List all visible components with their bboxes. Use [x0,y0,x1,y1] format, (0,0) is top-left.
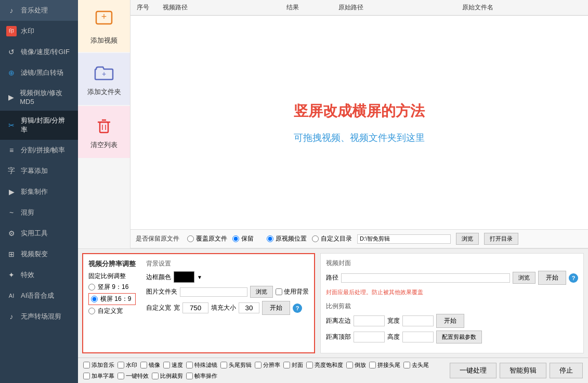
checkbox-item-9[interactable]: 倒放 [346,361,366,369]
checkbox-1[interactable] [117,362,124,368]
custom-width-option[interactable]: 自定义宽 [88,307,136,315]
sidebar-item-music[interactable]: ♪ 音乐处理 [0,0,78,21]
checkbox-item-11[interactable]: 去头尾 [403,361,429,369]
checkbox-item-4[interactable]: 特殊滤镜 [186,361,217,369]
custom-dir-option[interactable]: 自定义目录 [312,234,352,243]
checkbox-15[interactable] [186,373,193,379]
checkbox-4[interactable] [186,362,193,368]
sidebar-item-transform[interactable]: ⊞ 视频裂变 [0,244,78,265]
add-folder-button[interactable]: + 添加文件夹 [78,53,130,105]
checkbox-9[interactable] [346,362,353,368]
checkbox-item-13[interactable]: 一键特效 [117,372,149,380]
sidebar-item-mix[interactable]: ~ 混剪 [0,202,78,223]
checkbox-item-7[interactable]: 封面 [283,361,303,369]
checkbox-11[interactable] [403,362,410,368]
checkbox-8[interactable] [306,362,313,368]
color-swatch[interactable] [174,271,194,283]
sidebar-item-movie[interactable]: ▶ 影集制作 [0,181,78,202]
checkbox-0[interactable] [83,362,90,368]
portrait-option[interactable]: 竖屏 9：16 [88,283,136,292]
crop-top-input[interactable] [354,332,385,342]
checkbox-item-2[interactable]: 镜像 [140,361,160,369]
use-bg-option[interactable]: 使用背景 [276,287,309,296]
overwrite-option[interactable]: 覆盖原文件 [187,234,227,243]
cover-browse-button[interactable]: 浏览 [513,272,535,284]
process-button[interactable]: 一键处理 [450,363,496,378]
sidebar-item-ai[interactable]: AI AI语音合成 [0,285,78,306]
landscape-radio[interactable] [91,296,98,302]
keep-radio[interactable] [232,235,239,242]
checkbox-12[interactable] [83,373,90,379]
col-orig-name: 原始文件名 [460,2,584,13]
checkbox-item-3[interactable]: 速度 [163,361,183,369]
checkbox-item-1[interactable]: 水印 [117,361,137,369]
checkbox-item-10[interactable]: 拼接头尾 [369,361,400,369]
cover-help-icon[interactable]: ? [569,273,578,283]
svg-text:+: + [101,11,107,22]
add-video-button[interactable]: + 添加视频 [78,0,130,52]
cover-path-input[interactable] [341,273,510,283]
overwrite-radio[interactable] [187,235,194,242]
sidebar-item-reverse[interactable]: ▶ 视频倒放/修改MD5 [0,83,78,111]
browse-dir-button[interactable]: 浏览 [456,233,479,245]
color-dropdown-icon[interactable]: ▼ [197,274,202,280]
checkbox-item-8[interactable]: 亮度饱和度 [306,361,343,369]
sidebar-item-silent[interactable]: ♪ 无声转场混剪 [0,306,78,327]
checkbox-2[interactable] [140,362,147,368]
custom-width-radio[interactable] [88,308,95,314]
smart-edit-button[interactable]: 智能剪辑 [500,363,546,378]
resolution-help-icon[interactable]: ? [293,303,302,313]
checkbox-13[interactable] [117,373,124,379]
fill-size-input[interactable] [239,302,259,313]
checkbox-5[interactable] [220,362,227,368]
save-file-label: 是否保留原文件 [136,234,179,243]
crop-start-button[interactable]: 开始 [436,314,464,328]
crop-left-input[interactable] [354,315,385,326]
keep-option[interactable]: 保留 [232,234,254,243]
cut-icon: ✂ [6,120,17,130]
portrait-radio[interactable] [88,284,95,290]
checkbox-6[interactable] [255,362,262,368]
clear-list-label: 清空列表 [90,140,117,150]
orig-pos-option[interactable]: 原视频位置 [267,234,307,243]
open-dir-button[interactable]: 打开目录 [484,233,518,245]
silent-icon: ♪ [6,311,17,322]
custom-dir-radio[interactable] [312,235,319,242]
cover-box: 视频封面 路径 浏览 开始 ? 封面应最后处理。防止被其他效果覆盖 比例剪裁 距… [320,253,584,353]
crop-width-input[interactable] [402,315,434,326]
checkbox-14[interactable] [152,373,159,379]
crop-config-button[interactable]: 配置剪裁参数 [436,331,482,344]
sidebar-item-split[interactable]: ≡ 分割/拼接/帧率 [0,140,78,161]
stop-button[interactable]: 停止 [550,363,583,378]
checkbox-item-12[interactable]: 加单字幕 [83,372,114,380]
checkbox-item-5[interactable]: 头尾剪辑 [220,361,252,369]
sidebar-item-filter[interactable]: ⊕ 滤镜/黑白转场 [0,62,78,83]
crop-height-input[interactable] [402,332,434,342]
cover-start-button[interactable]: 开始 [538,271,566,285]
tools-icon: ⚙ [6,228,17,239]
checkbox-3[interactable] [163,362,170,368]
bg-browse-button[interactable]: 浏览 [250,286,273,298]
drop-area[interactable]: 竖屏改成横屏的方法 可拖拽视频、视频文件夹到这里 [130,16,588,229]
use-bg-checkbox[interactable] [276,288,282,295]
dir-path-input[interactable] [357,234,451,244]
clear-list-button[interactable]: 清空列表 [78,106,130,158]
sidebar-item-effects[interactable]: ✦ 特效 [0,265,78,285]
image-folder-input[interactable] [180,287,247,297]
checkbox-item-6[interactable]: 分辨率 [255,361,280,369]
sidebar-item-subtitle[interactable]: 字 字幕添加 [0,161,78,181]
sidebar-item-tools[interactable]: ⚙ 实用工具 [0,223,78,244]
resolution-start-button[interactable]: 开始 [262,301,290,315]
sidebar-item-watermark[interactable]: 印 水印 [0,21,78,42]
width-value-input[interactable] [182,302,208,313]
crop-title: 比例剪裁 [326,302,578,311]
checkbox-10[interactable] [369,362,376,368]
checkbox-item-0[interactable]: 添加音乐 [83,361,114,369]
sidebar-item-mirror[interactable]: ↺ 镜像/速度/转GIF [0,42,78,62]
checkbox-item-15[interactable]: 帧率操作 [186,372,217,380]
checkbox-7[interactable] [283,362,290,368]
checkbox-item-14[interactable]: 比例裁剪 [152,372,183,380]
landscape-option[interactable]: 横屏 16：9 [88,293,136,305]
sidebar-item-cut[interactable]: ✂ 剪辑/封面/分辨率 [0,111,78,140]
orig-pos-radio[interactable] [267,235,273,242]
